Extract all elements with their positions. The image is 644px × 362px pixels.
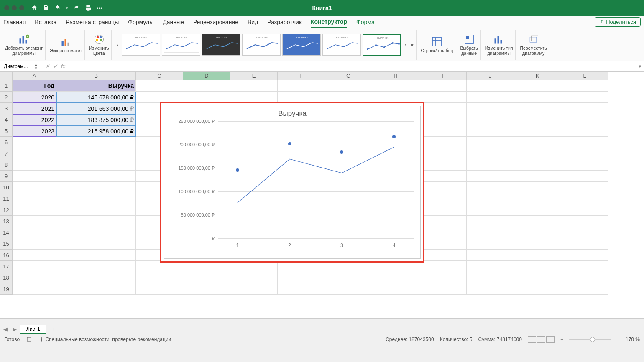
cell-J6[interactable]: [467, 137, 514, 148]
ellipsis-icon[interactable]: •••: [97, 5, 102, 11]
cell-L14[interactable]: [561, 227, 608, 238]
data-point[interactable]: [288, 142, 291, 145]
chart-title[interactable]: Выручка: [164, 106, 420, 118]
cell-G2[interactable]: [325, 92, 372, 103]
print-icon[interactable]: [85, 5, 92, 11]
row-header-15[interactable]: 15: [0, 238, 13, 250]
cell-I5[interactable]: [419, 125, 467, 137]
cell-B13[interactable]: [56, 216, 136, 227]
macro-record-icon[interactable]: [26, 337, 32, 342]
cell-K10[interactable]: [514, 182, 561, 193]
cell-I12[interactable]: [419, 204, 467, 216]
cell-K4[interactable]: [514, 114, 561, 125]
row-header-17[interactable]: 17: [0, 261, 13, 272]
cell-A9[interactable]: [13, 171, 56, 182]
cell-A17[interactable]: [13, 261, 56, 272]
cell-H1[interactable]: [372, 80, 419, 92]
cell-I14[interactable]: [419, 227, 467, 238]
cell-I18[interactable]: [419, 272, 467, 283]
cell-I4[interactable]: [419, 114, 467, 125]
column-header-F[interactable]: F: [278, 72, 325, 80]
namebox-stepper[interactable]: ▲▼: [34, 63, 40, 70]
data-point[interactable]: [340, 150, 343, 154]
add-chart-element-button[interactable]: + Добавить элемент диаграммы: [3, 30, 46, 60]
cell-B14[interactable]: [56, 227, 136, 238]
cell-L9[interactable]: [561, 171, 608, 182]
gallery-next-button[interactable]: ›: [403, 41, 408, 48]
cell-C1[interactable]: [136, 80, 183, 92]
cell-L6[interactable]: [561, 137, 608, 148]
cell-J13[interactable]: [467, 216, 514, 227]
cell-L18[interactable]: [561, 272, 608, 283]
cell-A6[interactable]: [13, 137, 56, 148]
sheet-tab-active[interactable]: Лист1: [20, 325, 46, 334]
save-icon[interactable]: [43, 5, 49, 11]
column-header-I[interactable]: I: [419, 72, 467, 80]
cell-I11[interactable]: [419, 193, 467, 204]
cell-A5[interactable]: 2023: [13, 125, 56, 137]
cell-B3[interactable]: 201 663 000,00 ₽: [56, 103, 136, 114]
cell-J3[interactable]: [467, 103, 514, 114]
cell-H2[interactable]: [372, 92, 419, 103]
chart-style-3[interactable]: ВЫРУЧКА: [202, 34, 240, 56]
share-button[interactable]: Поделиться: [595, 17, 641, 27]
cell-K15[interactable]: [514, 238, 561, 250]
chart-style-2[interactable]: ВЫРУЧКА: [162, 34, 200, 56]
chart-style-7[interactable]: ВЫРУЧКА: [363, 34, 401, 56]
cell-L15[interactable]: [561, 238, 608, 250]
cell-J16[interactable]: [467, 250, 514, 261]
undo-dropdown-icon[interactable]: ▾: [66, 6, 68, 10]
cell-K9[interactable]: [514, 171, 561, 182]
cell-A19[interactable]: [13, 283, 56, 295]
embedded-chart[interactable]: Выручка - ₽50 000 000,00 ₽100 000 000,00…: [160, 102, 424, 263]
redo-icon[interactable]: [73, 5, 80, 11]
cell-L12[interactable]: [561, 204, 608, 216]
cell-B7[interactable]: [56, 148, 136, 159]
row-header-2[interactable]: 2: [0, 92, 13, 103]
cell-I7[interactable]: [419, 148, 467, 159]
chart-style-6[interactable]: ВЫРУЧКА: [322, 34, 361, 56]
cell-K5[interactable]: [514, 125, 561, 137]
cell-J10[interactable]: [467, 182, 514, 193]
cell-L10[interactable]: [561, 182, 608, 193]
cell-I9[interactable]: [419, 171, 467, 182]
cell-L16[interactable]: [561, 250, 608, 261]
chart-style-4[interactable]: ВЫРУЧКА: [242, 34, 281, 56]
row-header-9[interactable]: 9: [0, 171, 13, 182]
cell-K17[interactable]: [514, 261, 561, 272]
cell-G1[interactable]: [325, 80, 372, 92]
cell-K6[interactable]: [514, 137, 561, 148]
row-header-5[interactable]: 5: [0, 125, 13, 137]
cell-I3[interactable]: [419, 103, 467, 114]
data-point[interactable]: [236, 168, 239, 172]
tab-design[interactable]: Конструктор: [311, 17, 347, 28]
cell-B1[interactable]: Выручка: [56, 80, 136, 92]
cell-L17[interactable]: [561, 261, 608, 272]
tab-view[interactable]: Вид: [248, 17, 258, 27]
cell-L7[interactable]: [561, 148, 608, 159]
row-header-6[interactable]: 6: [0, 137, 13, 148]
row-header-4[interactable]: 4: [0, 114, 13, 125]
zoom-out-button[interactable]: −: [560, 337, 563, 342]
cell-C19[interactable]: [136, 283, 183, 295]
accept-formula-icon[interactable]: ✓: [53, 63, 58, 69]
chart-plot-area[interactable]: - ₽50 000 000,00 ₽100 000 000,00 ₽150 00…: [218, 121, 414, 238]
sheet-prev-button[interactable]: ◀: [2, 326, 9, 332]
cell-B5[interactable]: 216 958 000,00 ₽: [56, 125, 136, 137]
column-header-G[interactable]: G: [325, 72, 372, 80]
cell-K12[interactable]: [514, 204, 561, 216]
cell-B16[interactable]: [56, 250, 136, 261]
cell-F2[interactable]: [278, 92, 325, 103]
cell-L19[interactable]: [561, 283, 608, 295]
cell-L2[interactable]: [561, 92, 608, 103]
cell-J5[interactable]: [467, 125, 514, 137]
cell-I16[interactable]: [419, 250, 467, 261]
cell-J4[interactable]: [467, 114, 514, 125]
change-colors-button[interactable]: Изменить цвета: [87, 30, 112, 60]
column-header-J[interactable]: J: [467, 72, 514, 80]
cancel-formula-icon[interactable]: ✕: [45, 63, 50, 69]
cell-J8[interactable]: [467, 159, 514, 171]
cell-A2[interactable]: 2020: [13, 92, 56, 103]
column-header-K[interactable]: K: [514, 72, 561, 80]
view-mode-icons[interactable]: [528, 336, 555, 343]
